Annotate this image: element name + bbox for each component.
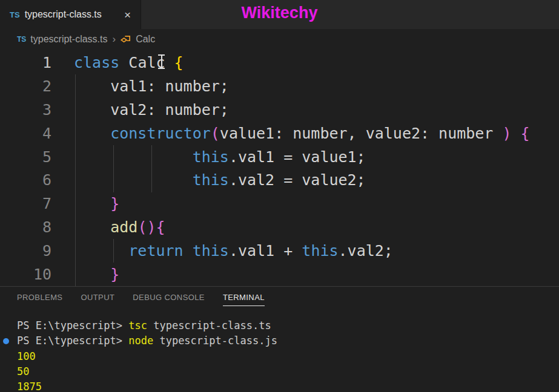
terminal-line: 1875	[17, 379, 559, 392]
code-line: 10 }	[0, 263, 559, 286]
line-number: 5	[0, 148, 51, 166]
code-token: typescript-class.ts	[147, 319, 271, 332]
ts-file-icon: TS	[17, 35, 26, 44]
panel-tab-terminal[interactable]: TERMINAL	[223, 290, 265, 306]
code-line: 5 this.val1 = value1;	[0, 145, 559, 169]
terminal-line: 50	[17, 364, 559, 379]
code-token	[184, 242, 193, 260]
code-token: this	[193, 171, 229, 189]
code-line: 2 val1: number;	[0, 74, 559, 98]
code-token	[512, 125, 521, 142]
line-number: 8	[0, 218, 51, 236]
code-token	[165, 54, 174, 71]
line-number: 10	[0, 266, 51, 283]
code-token	[74, 218, 110, 236]
code-token	[74, 242, 128, 260]
indent-guide	[151, 145, 152, 192]
code-token: (	[137, 218, 147, 236]
code-token: 1875	[17, 381, 42, 392]
code-token	[74, 171, 193, 189]
code-token: this	[302, 242, 338, 260]
code-token: {	[174, 54, 184, 71]
command-decoration-dot[interactable]	[3, 338, 9, 344]
code-token: val1: number;	[74, 77, 229, 95]
code-token: return	[128, 242, 183, 260]
code-token: 100	[17, 350, 36, 362]
watermark-text: Wikitechy	[242, 4, 318, 22]
indent-guide	[113, 145, 114, 192]
code-token: PS E:\typescript>	[17, 319, 128, 332]
panel-tab-debug-console[interactable]: DEBUG CONSOLE	[133, 290, 205, 306]
code-token: constructor	[110, 125, 211, 142]
code-token: )	[502, 125, 511, 142]
breadcrumb-symbol[interactable]: Calc	[136, 34, 155, 45]
code-line: 7 }	[0, 192, 559, 215]
code-token: typescript-class.js	[153, 335, 277, 347]
line-number: 9	[0, 242, 51, 260]
code-line: 6 this.val2 = value2;	[0, 168, 559, 192]
line-number: 4	[0, 125, 51, 142]
code-token: node	[128, 335, 153, 347]
code-line: 1class Calc {	[0, 51, 559, 74]
ts-file-icon: TS	[10, 10, 20, 19]
code-token: .val2;	[339, 242, 393, 260]
code-line: 9 return this.val1 + this.val2;	[0, 239, 559, 263]
panel-tab-bar: PROBLEMSOUTPUTDEBUG CONSOLETERMINAL	[0, 287, 559, 310]
code-token: .val1 = value1;	[229, 148, 366, 166]
terminal-line: PS E:\typescript> node typescript-class.…	[17, 333, 559, 348]
line-number: 6	[0, 171, 51, 189]
code-token: this	[193, 148, 229, 166]
code-token	[74, 125, 110, 142]
code-editor[interactable]: 1class Calc {2 val1: number;3 val2: numb…	[0, 50, 559, 286]
code-token: 50	[17, 365, 29, 377]
code-token	[74, 195, 110, 212]
code-line: 8 add(){	[0, 215, 559, 239]
line-number: 2	[0, 77, 51, 95]
class-icon	[121, 34, 131, 45]
mouse-text-cursor	[158, 54, 165, 69]
breadcrumb: TS typescript-class.ts › Calc	[0, 29, 559, 50]
vscode-window: TS typescript-class.ts × Wikitechy TS ty…	[0, 0, 559, 392]
chevron-right-icon: ›	[111, 33, 116, 45]
code-token: }	[110, 266, 119, 283]
code-token: {	[521, 125, 530, 142]
tab-typescript-class[interactable]: TS typescript-class.ts ×	[0, 0, 141, 29]
code-token: this	[193, 242, 229, 260]
breadcrumb-file[interactable]: typescript-class.ts	[30, 34, 107, 45]
code-token: tsc	[128, 319, 147, 332]
code-token: )	[147, 218, 156, 236]
code-line: 3 val2: number;	[0, 98, 559, 122]
close-icon[interactable]: ×	[122, 8, 133, 22]
code-line: 4 constructor(value1: number, value2: nu…	[0, 122, 559, 145]
indent-guide	[113, 239, 114, 263]
line-number: 7	[0, 195, 51, 212]
code-token: .val1 +	[229, 242, 302, 260]
panel-tab-problems[interactable]: PROBLEMS	[17, 290, 62, 306]
code-token: {	[156, 218, 165, 236]
line-number: 1	[0, 54, 51, 71]
code-token	[119, 54, 128, 71]
bottom-panel: PROBLEMSOUTPUTDEBUG CONSOLETERMINAL PS E…	[0, 286, 559, 391]
terminal-line: PS E:\typescript> tsc typescript-class.t…	[17, 318, 559, 333]
terminal[interactable]: PS E:\typescript> tsc typescript-class.t…	[0, 318, 559, 392]
terminal-line: 100	[17, 349, 559, 364]
code-token	[74, 266, 110, 283]
tab-bar: TS typescript-class.ts × Wikitechy	[0, 0, 559, 29]
code-token: }	[110, 195, 119, 212]
code-token: class	[74, 54, 119, 71]
code-token: (	[211, 125, 220, 142]
code-token: value1: number, value2: number	[220, 125, 503, 142]
code-token: PS E:\typescript>	[17, 335, 128, 347]
indent-guide	[75, 74, 76, 286]
tab-label: typescript-class.ts	[25, 9, 102, 20]
code-token	[74, 148, 193, 166]
code-token: val2: number;	[74, 101, 229, 119]
panel-tab-output[interactable]: OUTPUT	[81, 290, 114, 306]
code-token: .val2 = value2;	[229, 171, 366, 189]
line-number: 3	[0, 101, 51, 119]
code-token: add	[110, 218, 137, 236]
